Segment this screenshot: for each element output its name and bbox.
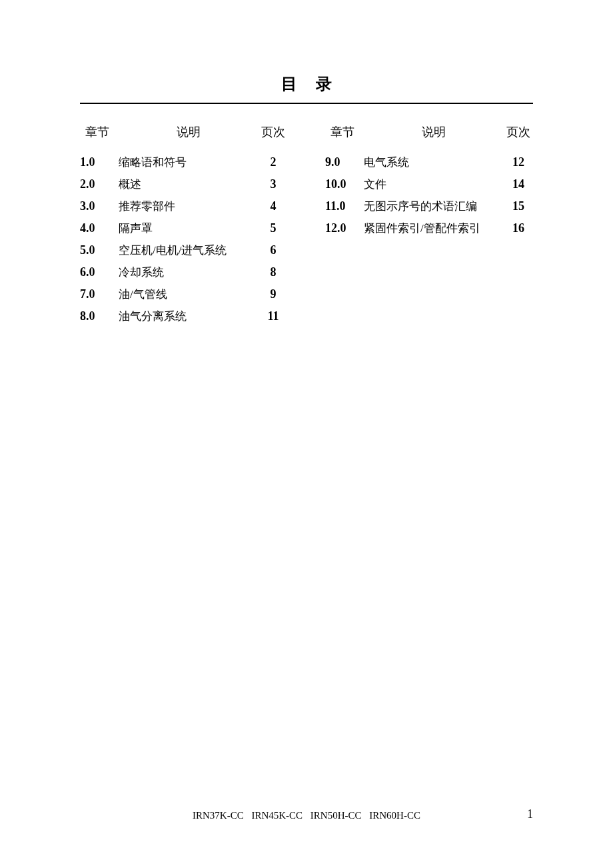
toc-entry: 1.0缩略语和符号2 <box>80 155 288 170</box>
toc-page-number: 6 <box>259 243 288 257</box>
table-of-contents: 章节 说明 页次 1.0缩略语和符号22.0概述33.0推荐零部件44.0隔声罩… <box>80 124 533 331</box>
toc-section-number: 6.0 <box>80 265 115 279</box>
toc-description: 空压机/电机/进气系统 <box>115 243 259 258</box>
toc-section-number: 10.0 <box>325 177 360 191</box>
toc-entry: 9.0电气系统12 <box>325 155 533 170</box>
toc-page-number: 11 <box>259 309 288 323</box>
toc-section-number: 5.0 <box>80 243 115 257</box>
toc-column-right: 章节 说明 页次 9.0电气系统1210.0文件1411.0无图示序号的术语汇编… <box>325 124 533 331</box>
toc-column-left: 章节 说明 页次 1.0缩略语和符号22.0概述33.0推荐零部件44.0隔声罩… <box>80 124 288 331</box>
header-page: 页次 <box>259 124 288 140</box>
toc-description: 油/气管线 <box>115 287 259 302</box>
toc-entry: 2.0概述3 <box>80 177 288 192</box>
toc-page-number: 3 <box>259 177 288 191</box>
toc-description: 文件 <box>360 177 504 192</box>
toc-page-number: 16 <box>504 221 533 235</box>
toc-entry: 12.0紧固件索引/管配件索引16 <box>325 221 533 236</box>
toc-page-number: 5 <box>259 221 288 235</box>
toc-description: 无图示序号的术语汇编 <box>360 199 504 214</box>
toc-description: 油气分离系统 <box>115 309 259 324</box>
toc-section-number: 7.0 <box>80 287 115 301</box>
toc-section-number: 11.0 <box>325 199 360 213</box>
toc-description: 紧固件索引/管配件索引 <box>360 221 504 236</box>
toc-page-number: 14 <box>504 177 533 191</box>
toc-description: 电气系统 <box>360 155 504 170</box>
toc-page-number: 12 <box>504 155 533 169</box>
toc-description: 隔声罩 <box>115 221 259 236</box>
header-section: 章节 <box>325 124 360 140</box>
header-description: 说明 <box>115 124 259 140</box>
toc-description: 冷却系统 <box>115 265 259 280</box>
toc-entry: 4.0隔声罩5 <box>80 221 288 236</box>
toc-entry: 5.0空压机/电机/进气系统6 <box>80 243 288 258</box>
toc-section-number: 1.0 <box>80 155 115 169</box>
toc-page-number: 8 <box>259 265 288 279</box>
document-title: 目录 <box>80 73 533 104</box>
toc-entry: 7.0油/气管线9 <box>80 287 288 302</box>
toc-entry: 11.0无图示序号的术语汇编15 <box>325 199 533 214</box>
page-number: 1 <box>527 807 533 821</box>
toc-section-number: 8.0 <box>80 309 115 323</box>
toc-description: 推荐零部件 <box>115 199 259 214</box>
toc-section-number: 4.0 <box>80 221 115 235</box>
toc-page-number: 9 <box>259 287 288 301</box>
toc-section-number: 9.0 <box>325 155 360 169</box>
footer-models: IRN37K-CC IRN45K-CC IRN50H-CC IRN60H-CC <box>0 810 613 821</box>
page: 目录 章节 说明 页次 1.0缩略语和符号22.0概述33.0推荐零部件44.0… <box>0 0 613 868</box>
header-section: 章节 <box>80 124 115 140</box>
toc-entry: 8.0油气分离系统11 <box>80 309 288 324</box>
toc-description: 缩略语和符号 <box>115 155 259 170</box>
toc-section-number: 3.0 <box>80 199 115 213</box>
toc-page-number: 4 <box>259 199 288 213</box>
toc-header-row: 章节 说明 页次 <box>80 124 288 140</box>
toc-page-number: 15 <box>504 199 533 213</box>
header-description: 说明 <box>360 124 504 140</box>
toc-header-row: 章节 说明 页次 <box>325 124 533 140</box>
toc-entry: 3.0推荐零部件4 <box>80 199 288 214</box>
toc-description: 概述 <box>115 177 259 192</box>
toc-section-number: 2.0 <box>80 177 115 191</box>
toc-page-number: 2 <box>259 155 288 169</box>
toc-entry: 6.0冷却系统8 <box>80 265 288 280</box>
toc-section-number: 12.0 <box>325 221 360 235</box>
toc-entry: 10.0文件14 <box>325 177 533 192</box>
header-page: 页次 <box>504 124 533 140</box>
